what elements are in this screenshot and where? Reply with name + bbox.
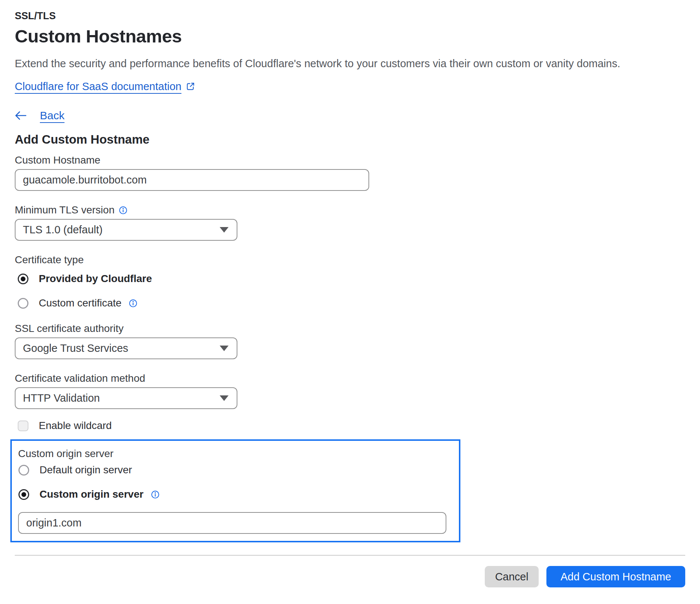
cancel-button[interactable]: Cancel — [485, 566, 539, 587]
add-custom-hostname-button[interactable]: Add Custom Hostname — [546, 566, 685, 587]
chevron-down-icon — [220, 346, 229, 351]
checkbox-icon[interactable] — [18, 421, 28, 431]
info-icon[interactable] — [129, 299, 137, 308]
saas-documentation-link[interactable]: Cloudflare for SaaS documentation — [15, 80, 195, 93]
custom-hostname-label-text: Custom Hostname — [15, 154, 100, 166]
radio-icon — [18, 489, 29, 500]
back-link[interactable]: Back — [40, 109, 65, 122]
radio-label: Default origin server — [40, 464, 132, 476]
ssl-authority-select[interactable]: Google Trust Services — [15, 337, 237, 359]
validation-method-label: Certificate validation method — [15, 373, 685, 384]
validation-method-select[interactable]: HTTP Validation — [15, 387, 237, 409]
page-title: Custom Hostnames — [15, 26, 685, 47]
certificate-type-label: Certificate type — [15, 254, 685, 266]
ssl-authority-selected-value: Google Trust Services — [23, 342, 128, 354]
custom-origin-server-input[interactable] — [18, 512, 446, 534]
certificate-type-label-text: Certificate type — [15, 254, 84, 266]
info-icon[interactable] — [119, 206, 127, 215]
enable-wildcard-checkbox-row[interactable]: Enable wildcard — [15, 419, 685, 432]
external-link-icon — [186, 82, 195, 91]
footer-divider — [15, 555, 685, 556]
validation-method-selected-value: HTTP Validation — [23, 392, 100, 404]
form-heading: Add Custom Hostname — [15, 132, 685, 147]
custom-hostname-label: Custom Hostname — [15, 154, 685, 166]
info-icon[interactable] — [151, 490, 159, 499]
min-tls-label: Minimum TLS version — [15, 204, 685, 216]
section-label: SSL/TLS — [15, 10, 685, 22]
radio-default-origin-server[interactable]: Default origin server — [18, 464, 459, 476]
ssl-authority-label: SSL certificate authority — [15, 323, 685, 334]
radio-custom-certificate[interactable]: Custom certificate — [15, 297, 685, 309]
radio-icon — [18, 274, 28, 284]
radio-label: Provided by Cloudflare — [39, 272, 152, 285]
validation-method-label-text: Certificate validation method — [15, 373, 145, 384]
ssl-authority-label-text: SSL certificate authority — [15, 323, 124, 334]
chevron-down-icon — [220, 395, 229, 401]
radio-custom-origin-server[interactable]: Custom origin server — [18, 488, 459, 501]
footer-actions: Cancel Add Custom Hostname — [15, 566, 685, 587]
radio-icon — [18, 298, 28, 309]
radio-label: Custom origin server — [40, 488, 144, 501]
back-arrow-icon[interactable] — [15, 110, 27, 121]
min-tls-selected-value: TLS 1.0 (default) — [23, 224, 103, 236]
page-description: Extend the security and performance bene… — [15, 57, 685, 70]
radio-provided-by-cloudflare[interactable]: Provided by Cloudflare — [15, 272, 685, 285]
chevron-down-icon — [220, 227, 229, 233]
back-row: Back — [15, 109, 685, 122]
custom-origin-server-section: Custom origin server Default origin serv… — [10, 439, 460, 542]
custom-hostname-input[interactable] — [15, 169, 369, 191]
min-tls-select[interactable]: TLS 1.0 (default) — [15, 219, 237, 241]
radio-icon — [18, 465, 29, 476]
checkbox-label: Enable wildcard — [39, 419, 112, 432]
doc-link-label: Cloudflare for SaaS documentation — [15, 80, 181, 93]
doc-link-row: Cloudflare for SaaS documentation — [15, 80, 685, 93]
min-tls-label-text: Minimum TLS version — [15, 204, 114, 216]
radio-label: Custom certificate — [39, 297, 121, 309]
custom-origin-server-label: Custom origin server — [18, 448, 459, 459]
